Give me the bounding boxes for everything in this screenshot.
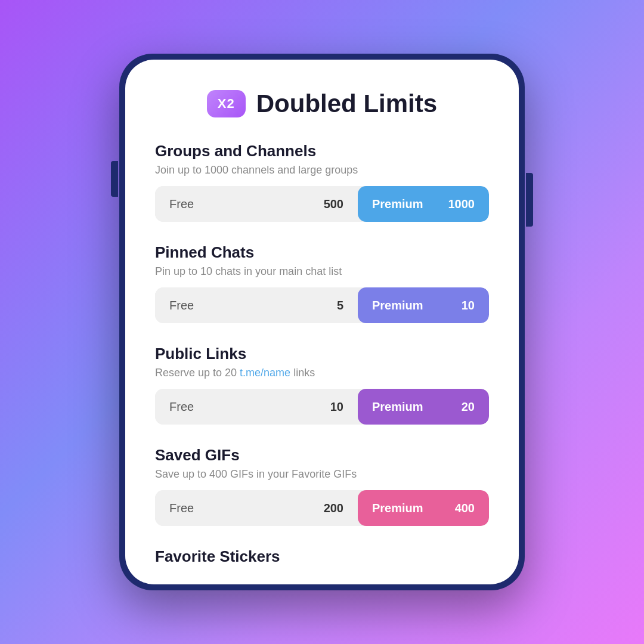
free-value-pinned: 5 — [337, 299, 343, 312]
free-value-groups: 500 — [324, 197, 343, 211]
premium-label-links: Premium — [372, 400, 423, 414]
premium-value-groups: 1000 — [448, 197, 475, 211]
feature-title-groups: Groups and Channels — [155, 142, 489, 160]
premium-value-pinned: 10 — [462, 299, 475, 312]
bar-premium-links: Premium 20 — [358, 389, 489, 425]
feature-title-links: Public Links — [155, 345, 489, 363]
premium-label-pinned: Premium — [372, 299, 423, 312]
feature-desc-links: Reserve up to 20 t.me/name links — [155, 367, 489, 379]
free-label-pinned: Free — [169, 299, 194, 312]
bar-premium-gifs: Premium 400 — [358, 490, 489, 526]
screen-content: X2 Doubled Limits Groups and Channels Jo… — [125, 60, 519, 584]
bar-premium-groups: Premium 1000 — [358, 186, 489, 222]
premium-label-groups: Premium — [372, 197, 423, 211]
bar-free-groups: Free 500 — [155, 186, 358, 222]
page-title: Doubled Limits — [256, 89, 437, 118]
comparison-bar-groups: Free 500 Premium 1000 — [155, 186, 489, 222]
feature-groups-channels: Groups and Channels Join up to 1000 chan… — [155, 142, 489, 222]
feature-saved-gifs: Saved GIFs Save up to 400 GIFs in your F… — [155, 446, 489, 526]
phone-frame: X2 Doubled Limits Groups and Channels Jo… — [119, 54, 525, 590]
premium-label-gifs: Premium — [372, 501, 423, 515]
feature-desc-pinned: Pin up to 10 chats in your main chat lis… — [155, 265, 489, 278]
free-label-links: Free — [169, 400, 194, 414]
feature-title-stickers: Favorite Stickers — [155, 547, 489, 566]
desc-link-links[interactable]: t.me/name — [240, 367, 290, 379]
bar-free-gifs: Free 200 — [155, 490, 358, 526]
comparison-bar-pinned: Free 5 Premium 10 — [155, 287, 489, 323]
page-header: X2 Doubled Limits — [155, 89, 489, 118]
free-label-gifs: Free — [169, 501, 194, 515]
free-value-gifs: 200 — [324, 501, 343, 515]
phone-screen: X2 Doubled Limits Groups and Channels Jo… — [125, 60, 519, 584]
premium-value-links: 20 — [462, 400, 475, 414]
free-value-links: 10 — [330, 400, 343, 414]
comparison-bar-links: Free 10 Premium 20 — [155, 389, 489, 425]
bar-premium-pinned: Premium 10 — [358, 287, 489, 323]
feature-public-links: Public Links Reserve up to 20 t.me/name … — [155, 345, 489, 425]
bar-free-pinned: Free 5 — [155, 287, 358, 323]
premium-value-gifs: 400 — [455, 501, 475, 515]
feature-desc-gifs: Save up to 400 GIFs in your Favorite GIF… — [155, 468, 489, 481]
comparison-bar-gifs: Free 200 Premium 400 — [155, 490, 489, 526]
desc-prefix-links: Reserve up to 20 — [155, 367, 240, 379]
feature-favorite-stickers: Favorite Stickers — [155, 547, 489, 566]
feature-title-pinned: Pinned Chats — [155, 243, 489, 262]
bar-free-links: Free 10 — [155, 389, 358, 425]
feature-pinned-chats: Pinned Chats Pin up to 10 chats in your … — [155, 243, 489, 323]
feature-title-gifs: Saved GIFs — [155, 446, 489, 465]
x2-badge: X2 — [207, 90, 246, 117]
desc-suffix-links: links — [290, 367, 315, 379]
free-label-groups: Free — [169, 197, 194, 211]
feature-desc-groups: Join up to 1000 channels and large group… — [155, 164, 489, 177]
